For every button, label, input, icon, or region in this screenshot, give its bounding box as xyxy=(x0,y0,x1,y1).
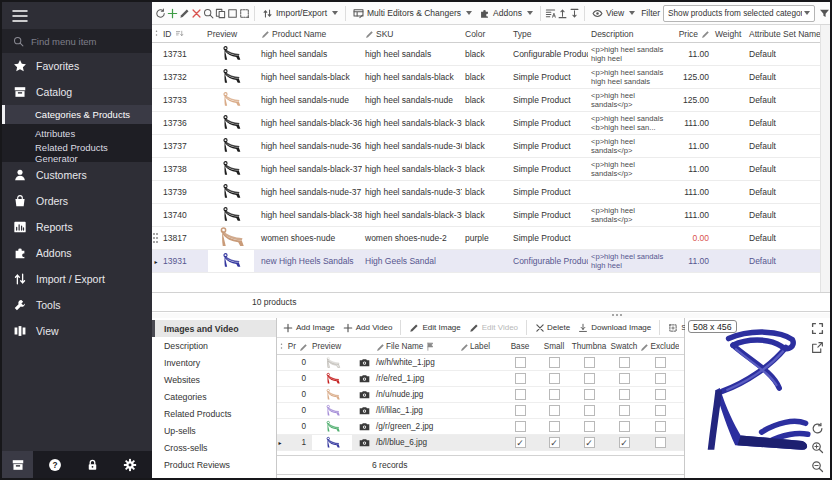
checkbox-thumb[interactable] xyxy=(584,405,595,416)
delete-product-icon[interactable] xyxy=(191,5,202,21)
image-row[interactable]: 0 /r/e/red_1.jpg xyxy=(277,371,684,387)
column-header-weight[interactable]: Weight xyxy=(712,29,746,39)
checkbox-small[interactable] xyxy=(549,373,560,384)
checkbox-swatch[interactable] xyxy=(619,373,630,384)
checkbox-thumb[interactable]: ✓ xyxy=(584,437,595,448)
checkbox-base[interactable] xyxy=(515,373,526,384)
tab-product-reviews[interactable]: Product Reviews xyxy=(152,456,276,473)
sidebar-item-attributes[interactable]: Attributes xyxy=(2,124,152,143)
refresh-icon[interactable] xyxy=(155,5,166,21)
tab-cross-sells[interactable]: Cross-sells xyxy=(152,439,276,456)
collapse-rows-icon[interactable] xyxy=(569,5,580,21)
import-export-button[interactable]: Import/Export xyxy=(259,8,341,19)
sidebar-item-categories-products[interactable]: Categories & Products xyxy=(2,105,152,124)
external-link-icon[interactable] xyxy=(811,341,825,355)
sidebar-item-orders[interactable]: Orders xyxy=(2,188,152,214)
product-row[interactable]: 13740 high heel sandals-black-38high hee… xyxy=(152,204,820,227)
add-video-button[interactable]: Add Video xyxy=(340,323,396,333)
help-icon[interactable]: ? xyxy=(40,451,71,478)
hamburger-icon[interactable] xyxy=(12,9,28,23)
image-row[interactable]: 0 /w/h/white_1.jpg xyxy=(277,355,684,371)
tab-up-sells[interactable]: Up-sells xyxy=(152,422,276,439)
refresh-image-icon[interactable] xyxy=(811,422,825,436)
column-header-label[interactable]: Label xyxy=(457,342,503,351)
column-header-file[interactable]: File Name xyxy=(373,342,457,351)
product-row[interactable]: ▸13931 new High Heels SandalsHigh Geels … xyxy=(152,250,820,273)
filters-button[interactable]: Filters xyxy=(816,8,832,18)
search-products-icon[interactable] xyxy=(203,5,214,21)
products-scrollbar[interactable] xyxy=(820,25,830,292)
tab-images-and-video[interactable]: Images and Video xyxy=(152,320,276,337)
image-row[interactable]: ▸1 /b/l/blue_6.jpg✓✓✓✓ xyxy=(277,435,684,451)
column-header-exclude[interactable]: Exclude xyxy=(641,342,679,351)
edit-product-icon[interactable] xyxy=(179,5,190,21)
column-header-thumb[interactable]: Thumbna xyxy=(571,342,607,351)
view-button[interactable]: View xyxy=(589,8,638,19)
image-row[interactable]: 0 /l/i/lilac_1.jpg xyxy=(277,403,684,419)
product-row[interactable]: 13738 high heel sandals-black-37high hee… xyxy=(152,158,820,181)
column-header-small[interactable]: Small xyxy=(537,342,571,351)
column-header-sku[interactable]: SKU xyxy=(362,29,462,39)
expand-rows-icon[interactable] xyxy=(557,5,568,21)
checkbox-icon[interactable] xyxy=(227,5,238,21)
product-row[interactable]: 13737 high heel sandals-nude-36high heel… xyxy=(152,135,820,158)
sidebar-item-related-products-generator[interactable]: Related Products Generator xyxy=(2,143,152,162)
tab-inventory[interactable]: Inventory xyxy=(152,354,276,371)
column-header-price[interactable]: Price xyxy=(668,29,712,39)
sidebar-splitter[interactable] xyxy=(152,230,159,246)
checkbox-swatch[interactable] xyxy=(619,405,630,416)
checkbox-base[interactable] xyxy=(515,357,526,368)
checkbox-swatch[interactable] xyxy=(619,421,630,432)
checkbox-exclude[interactable] xyxy=(655,421,666,432)
download-image-button[interactable]: Download Image xyxy=(575,323,654,333)
menu-search-input[interactable]: Find menu item xyxy=(2,29,152,53)
column-header-color[interactable]: Color xyxy=(462,29,510,39)
checkbox-small[interactable] xyxy=(549,405,560,416)
column-header-preview[interactable]: Preview xyxy=(204,29,258,39)
sidebar-item-tools[interactable]: Tools xyxy=(2,292,152,318)
checkbox-exclude[interactable] xyxy=(655,437,666,448)
zoom-in-icon[interactable] xyxy=(811,441,825,455)
edit-image-button[interactable]: Edit Image xyxy=(406,323,463,333)
checkbox-small[interactable] xyxy=(549,389,560,400)
checkbox-base[interactable] xyxy=(515,405,526,416)
checkbox-base[interactable] xyxy=(515,421,526,432)
sidebar-item-addons[interactable]: Addons xyxy=(2,240,152,266)
column-header-pr[interactable]: Pr xyxy=(283,342,309,351)
tab-description[interactable]: Description xyxy=(152,337,276,354)
fullscreen-icon[interactable] xyxy=(811,322,825,336)
category-filter-select[interactable]: Show products from selected categories xyxy=(663,5,815,22)
column-header-base[interactable]: Base xyxy=(503,342,537,351)
sidebar-item-favorites[interactable]: Favorites xyxy=(2,53,152,79)
checkbox-base[interactable] xyxy=(515,389,526,400)
edit-video-button[interactable]: Edit Video xyxy=(466,323,521,333)
checkbox-exclude[interactable] xyxy=(655,389,666,400)
text-wrap-icon[interactable] xyxy=(545,5,556,21)
product-row[interactable]: 13732 high heel sandals-blackhigh heel s… xyxy=(152,66,820,89)
product-row[interactable]: 13736 high heel sandals-black-36high hee… xyxy=(152,112,820,135)
checkbox-exclude[interactable] xyxy=(655,405,666,416)
checkbox-swatch[interactable] xyxy=(619,357,630,368)
delete-image-button[interactable]: Delete xyxy=(532,323,573,332)
checkbox-swatch[interactable]: ✓ xyxy=(619,437,630,448)
gear-icon[interactable] xyxy=(115,451,146,478)
column-header-name[interactable]: Product Name xyxy=(258,29,362,39)
column-header-id[interactable]: ID xyxy=(160,29,204,39)
sidebar-item-catalog[interactable]: Catalog xyxy=(2,79,152,105)
product-row[interactable]: 13817 women shoes-nudewomen shoes-nude-2… xyxy=(152,227,820,250)
zoom-out-icon[interactable] xyxy=(811,460,825,474)
checkbox-exclude[interactable] xyxy=(655,373,666,384)
column-header-type[interactable]: Type xyxy=(510,29,588,39)
checkbox-small[interactable] xyxy=(549,421,560,432)
image-row[interactable]: 0 /n/u/nude.jpg xyxy=(277,387,684,403)
column-header-attribute_set[interactable]: Attribute Set Name xyxy=(746,29,820,39)
add-product-icon[interactable] xyxy=(167,5,178,21)
checkbox-small[interactable]: ✓ xyxy=(549,437,560,448)
sidebar-item-import-export[interactable]: Import / Export xyxy=(2,266,152,292)
sidebar-item-view[interactable]: View xyxy=(2,318,152,344)
multi-editors-button[interactable]: Multi Editors & Changers xyxy=(350,8,475,19)
addons-button[interactable]: Addons xyxy=(476,8,536,19)
product-row[interactable]: 13731 high heel sandalshigh heel sandals… xyxy=(152,43,820,66)
column-header-swatch[interactable]: Swatch xyxy=(607,342,641,351)
select-region-icon[interactable] xyxy=(239,5,250,21)
